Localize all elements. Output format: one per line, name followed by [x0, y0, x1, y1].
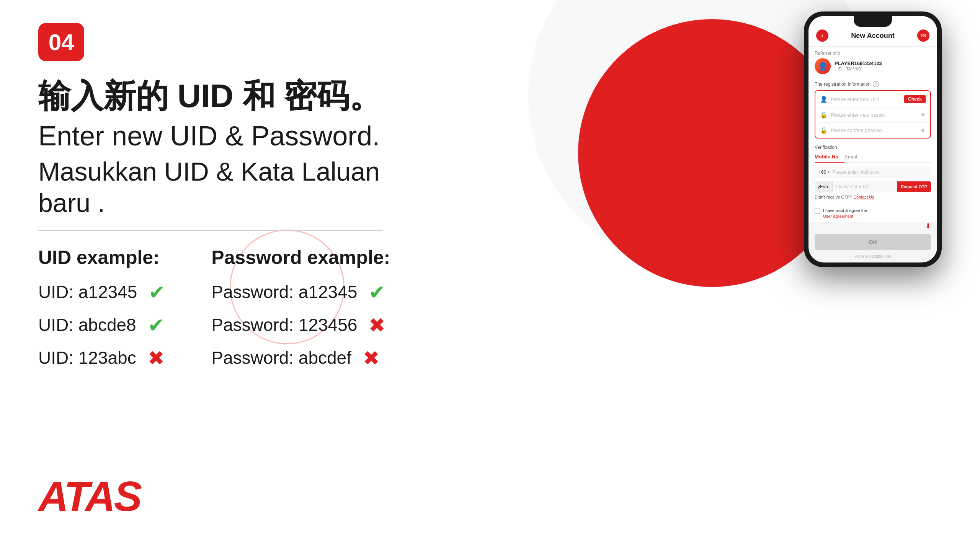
- password-cross-2: ✖: [369, 310, 385, 340]
- agreement-checkbox[interactable]: [815, 209, 820, 214]
- phone-notch: [854, 16, 892, 27]
- phone-container: ‹ New Account EN Referrer info 👤 PLAYER1…: [804, 11, 942, 267]
- title-chinese: 输入新的 UID 和 密码。: [38, 77, 402, 116]
- atas-logo-text: ATAS: [38, 472, 140, 520]
- download-icon[interactable]: ⬇: [925, 222, 931, 230]
- uid-example-row-1: UID: a12345 ✔: [38, 277, 165, 307]
- agreement-section: I have read & agree the User agreement: [808, 205, 937, 222]
- uid-check-2: ✔: [148, 310, 165, 340]
- ok-btn-section: OK: [808, 233, 937, 253]
- tab-email[interactable]: Email: [844, 152, 863, 162]
- lock-confirm-icon: 🔒: [820, 127, 828, 134]
- back-icon: ‹: [821, 32, 823, 39]
- verification-title: Verification: [815, 145, 931, 150]
- password-example-text-1: Password: a12345: [211, 279, 357, 305]
- password-cross-3: ✖: [363, 343, 380, 373]
- contact-link[interactable]: Contact Us: [853, 195, 874, 199]
- app-title: New Account: [851, 32, 894, 40]
- version-text: ATAS 2023.0920.006: [808, 253, 937, 262]
- referrer-label: Referrer info: [815, 51, 931, 56]
- referrer-name: PLAYER1691234123: [835, 60, 882, 66]
- verification-section: Verification Mobile No Email +60 ▼ Plea: [808, 142, 937, 205]
- country-code-value: +60: [818, 170, 826, 175]
- lang-label: EN: [920, 33, 926, 38]
- avatar: 👤: [815, 58, 831, 74]
- phone-outer: ‹ New Account EN Referrer info 👤 PLAYER1…: [804, 11, 942, 267]
- password-input-row: 🔒 Please enter new passw 👁: [815, 108, 930, 123]
- info-icon[interactable]: ?: [873, 81, 879, 87]
- title-malay: Masukkan UID & Kata Laluan baru .: [38, 156, 402, 218]
- uid-example-text-1: UID: a12345: [38, 279, 137, 305]
- divider: [38, 230, 383, 231]
- ok-button[interactable]: OK: [815, 234, 931, 250]
- request-otp-button[interactable]: Request OTP: [897, 181, 931, 192]
- uid-placeholder[interactable]: Please enter new UID: [831, 96, 901, 102]
- uid-input-row: 👤 Please enter new UID Check: [815, 91, 930, 108]
- phone-inner: ‹ New Account EN Referrer info 👤 PLAYER1…: [808, 16, 937, 262]
- uid-example-row-2: UID: abcde8 ✔: [38, 310, 165, 340]
- agreement-text: I have read & agree the User agreement: [823, 208, 867, 220]
- otp-placeholder[interactable]: Please enter OT: [833, 181, 897, 192]
- password-example-title: Password example:: [211, 246, 390, 269]
- password-example-text-2: Password: 123456: [211, 312, 357, 338]
- dropdown-arrow-icon: ▼: [827, 171, 830, 174]
- referrer-section: Referrer info 👤 PLAYER1691234123 UID：TA*…: [808, 47, 937, 78]
- agreement-link[interactable]: User agreement: [823, 214, 867, 219]
- eye-icon[interactable]: 👁: [920, 112, 926, 118]
- eye-confirm-icon[interactable]: 👁: [920, 127, 926, 134]
- left-content: 04 输入新的 UID 和 密码。 Enter new UID & Passwo…: [38, 23, 402, 373]
- tabs-row: Mobile No Email: [815, 152, 931, 163]
- uid-example-title: UID example:: [38, 246, 165, 269]
- uid-example-row-3: UID: 123abc ✖: [38, 343, 165, 373]
- referrer-uid: UID：TA***001: [835, 66, 882, 72]
- language-button[interactable]: EN: [917, 29, 929, 42]
- tab-mobile[interactable]: Mobile No: [815, 152, 844, 163]
- phone-input-row: +60 ▼ Please enter mobile no: [815, 166, 931, 178]
- confirm-placeholder[interactable]: Please confirm passwo: [831, 127, 917, 133]
- reg-label-row: The registration information ?: [815, 81, 931, 87]
- confirm-password-input-row: 🔒 Please confirm passwo 👁: [815, 123, 930, 138]
- step-badge: 04: [38, 23, 84, 61]
- country-code[interactable]: +60 ▼: [818, 170, 830, 175]
- uid-example-text-2: UID: abcde8: [38, 312, 136, 338]
- registration-section: The registration information ? 👤 Please …: [808, 78, 937, 142]
- back-button[interactable]: ‹: [816, 29, 828, 42]
- input-group-highlighted: 👤 Please enter new UID Check 🔒 Please en…: [815, 90, 931, 139]
- uid-examples: UID example: UID: a12345 ✔ UID: abcde8 ✔…: [38, 246, 165, 373]
- password-check-1: ✔: [369, 277, 385, 307]
- user-icon: 👤: [820, 96, 828, 103]
- password-example-row-1: Password: a12345 ✔: [211, 277, 390, 307]
- lock-icon: 🔒: [820, 111, 828, 119]
- step-number: 04: [49, 29, 74, 55]
- password-example-row-2: Password: 123456 ✖: [211, 310, 390, 340]
- examples-row: UID example: UID: a12345 ✔ UID: abcde8 ✔…: [38, 246, 402, 373]
- atas-logo: ATAS: [38, 472, 140, 520]
- no-otp-text: Didn't receive OTP?: [815, 195, 852, 199]
- check-button[interactable]: Check: [904, 95, 926, 103]
- uid-example-text-3: UID: 123abc: [38, 345, 136, 371]
- password-example-text-3: Password: abcdef: [211, 345, 351, 371]
- reg-label: The registration information: [815, 82, 871, 87]
- no-otp-row: Didn't receive OTP? Contact Us: [815, 195, 931, 199]
- referrer-row: 👤 PLAYER1691234123 UID：TA***001: [815, 58, 931, 74]
- agreement-label: I have read & agree the: [823, 208, 867, 213]
- phone-placeholder[interactable]: Please enter mobile no: [832, 170, 927, 175]
- download-row: ⬇: [808, 222, 937, 233]
- uid-check-1: ✔: [149, 277, 165, 307]
- password-examples: Password example: Password: a12345 ✔ Pas…: [211, 246, 390, 373]
- uid-cross-3: ✖: [148, 343, 165, 373]
- otp-row: yFub· Please enter OT Request OTP: [815, 181, 931, 192]
- referrer-info: PLAYER1691234123 UID：TA***001: [835, 60, 882, 72]
- title-english: Enter new UID & Password.: [38, 119, 402, 152]
- password-example-row-3: Password: abcdef ✖: [211, 343, 390, 373]
- avatar-icon: 👤: [818, 62, 828, 71]
- otp-prefix: yFub·: [815, 181, 833, 192]
- password-placeholder[interactable]: Please enter new passw: [831, 112, 917, 118]
